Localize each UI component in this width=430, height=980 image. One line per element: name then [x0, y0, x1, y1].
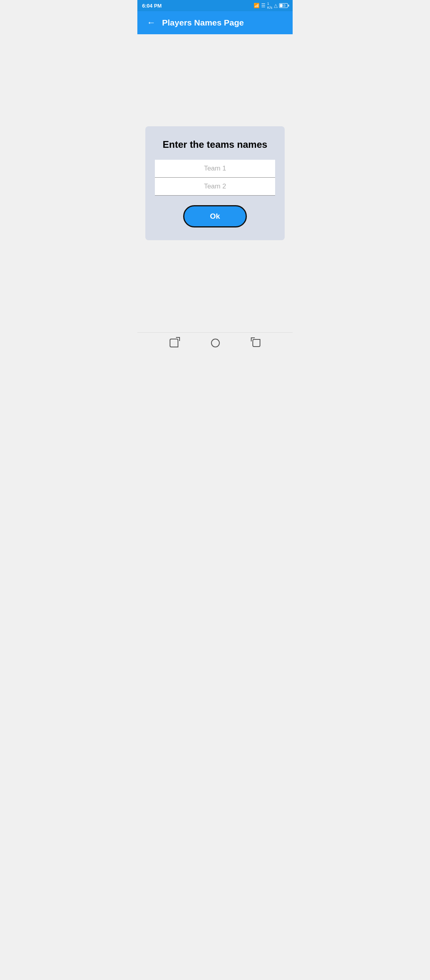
team2-input-wrapper	[155, 178, 275, 196]
back-button[interactable]: ←	[144, 14, 159, 31]
card-title: Enter the teams names	[163, 139, 268, 150]
back-nav-button[interactable]	[252, 339, 260, 347]
team1-input-wrapper	[155, 160, 275, 178]
page-title: Players Names Page	[162, 18, 244, 27]
home-button[interactable]	[211, 339, 220, 347]
battery-level: 33	[281, 4, 285, 8]
bottom-nav	[137, 332, 293, 353]
home-icon	[211, 339, 220, 347]
app-bar: ← Players Names Page	[137, 11, 293, 34]
status-time: 6:04 PM	[142, 3, 162, 9]
speed-indicator: 1K/s	[267, 2, 272, 10]
wifi-icon: 📶	[254, 3, 260, 8]
teams-card: Enter the teams names Ok	[145, 126, 285, 240]
status-bar: 6:04 PM 📶 ☰ 1K/s △ 33	[137, 0, 293, 11]
recent-apps-icon	[170, 339, 178, 347]
back-arrow-icon: ←	[147, 18, 156, 28]
battery-icon: 33	[279, 3, 288, 8]
status-icons: 📶 ☰ 1K/s △ 33	[254, 2, 288, 10]
alert-icon: △	[274, 3, 278, 8]
team2-input[interactable]	[161, 182, 269, 190]
signal-icon: ☰	[261, 3, 266, 8]
ok-button[interactable]: Ok	[183, 205, 247, 227]
recent-apps-button[interactable]	[170, 339, 178, 347]
team1-input[interactable]	[161, 165, 269, 172]
main-content: Enter the teams names Ok	[137, 34, 293, 332]
back-nav-icon	[252, 339, 260, 347]
inputs-container	[155, 160, 275, 196]
